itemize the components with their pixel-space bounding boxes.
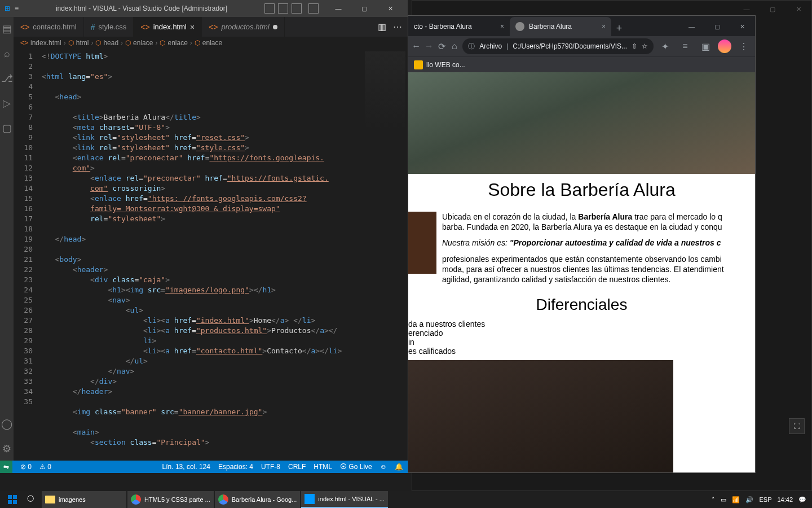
new-tab-button[interactable]: +	[611, 20, 627, 36]
minimize-button[interactable]: —	[325, 0, 351, 17]
back-button[interactable]: ←	[412, 38, 421, 54]
bg-titlebar: — ▢ ✕	[412, 1, 811, 16]
extensions-icon[interactable]: ✦	[657, 38, 673, 54]
extensions-icon[interactable]: ▢	[1, 122, 13, 134]
reload-button[interactable]: ⟳	[437, 38, 447, 54]
menu-icon[interactable]: ≡	[15, 5, 19, 12]
minimize-button[interactable]: —	[679, 17, 704, 36]
home-button[interactable]: ⌂	[450, 38, 460, 54]
close-icon[interactable]: ×	[500, 23, 504, 30]
explorer-task[interactable]: imagenes	[42, 491, 126, 508]
window-title: index.html - VISUAL - Visual Studio Code…	[19, 5, 264, 12]
minimap[interactable]	[363, 49, 408, 461]
language-indicator[interactable]: ESP	[759, 496, 771, 503]
maximize-button[interactable]: ▢	[704, 17, 730, 36]
vscode-titlebar[interactable]: ⊞ ≡ index.html - VISUAL - Visual Studio …	[0, 0, 408, 17]
start-button[interactable]	[2, 491, 23, 508]
scm-icon[interactable]: ⎇	[1, 72, 13, 85]
svg-rect-3	[13, 500, 17, 504]
bell-icon[interactable]: 🔔	[395, 463, 403, 471]
browser-tab-active[interactable]: Barberia Alura ×	[510, 17, 611, 36]
tab-productos[interactable]: <> productos.html	[202, 17, 285, 37]
expand-icon[interactable]: ⛶	[789, 418, 805, 434]
chrome-task[interactable]: Barberia Alura - Goog...	[215, 491, 301, 508]
side-panel-icon[interactable]: ▣	[698, 38, 713, 54]
info-icon[interactable]: ⓘ	[468, 42, 475, 51]
warnings-count[interactable]: ⚠ 0	[39, 463, 51, 471]
volume-icon[interactable]: 🔊	[745, 496, 753, 503]
editor-tabs: <> contacto.html # style.css <> index.ht…	[14, 17, 408, 37]
tab-label: cto - Barberia Alura	[414, 23, 496, 30]
tag-icon: ⬡	[160, 39, 165, 47]
paragraph: profesionales experimentados que están c…	[442, 254, 755, 285]
bg-maximize-button[interactable]: ▢	[760, 1, 785, 17]
close-icon[interactable]: ×	[602, 23, 606, 30]
layout-icon[interactable]	[264, 3, 275, 14]
bookmark-icon[interactable]: ☆	[642, 42, 648, 50]
explorer-icon[interactable]: ▤	[1, 23, 13, 35]
browser-tab[interactable]: cto - Barberia Alura ×	[408, 17, 510, 36]
breadcrumb-item[interactable]: head	[103, 39, 118, 47]
share-icon[interactable]: ⇧	[632, 42, 637, 50]
clock[interactable]: 14:42	[777, 496, 793, 503]
cursor-position[interactable]: Lín. 13, col. 124	[162, 463, 210, 471]
gear-icon[interactable]: ⚙	[1, 443, 13, 455]
chevron-right-icon: ›	[190, 39, 192, 47]
split-editor-icon[interactable]: ▥	[378, 21, 386, 32]
layout-icon[interactable]	[278, 3, 288, 14]
tab-style[interactable]: # style.css	[84, 17, 134, 37]
search-icon[interactable]: ⌕	[1, 47, 13, 60]
url-scheme: Archivo	[479, 42, 502, 50]
tag-icon: ⬡	[125, 39, 131, 47]
language-mode[interactable]: HTML	[314, 463, 332, 471]
battery-icon[interactable]: ▭	[721, 496, 726, 503]
paragraph: Ubicada en el corazón de la ciudad, la B…	[442, 212, 755, 232]
code-content[interactable]: <!DOCTYPE html> <html lang="es"> <head> …	[42, 49, 363, 461]
maximize-button[interactable]: ▢	[351, 0, 377, 17]
breadcrumb-item[interactable]: index.html	[30, 39, 61, 47]
profile-avatar[interactable]	[718, 40, 731, 53]
layout-controls[interactable]	[264, 3, 319, 14]
tag-icon: ⬡	[195, 39, 200, 47]
errors-count[interactable]: ⊘ 0	[20, 463, 32, 471]
reading-list-icon[interactable]: ≡	[677, 38, 693, 54]
layout-icon[interactable]	[292, 3, 302, 14]
breadcrumb-item[interactable]: enlace	[202, 39, 222, 47]
remote-button[interactable]: ⇋	[0, 461, 12, 473]
bookmark-item[interactable]: llo WEB co...	[426, 61, 465, 69]
account-icon[interactable]: ◯	[1, 418, 13, 430]
eol[interactable]: CRLF	[288, 463, 306, 471]
code-editor[interactable]: 1234567891011121314151617181920212223242…	[14, 49, 408, 461]
vscode-task[interactable]: index.html - VISUAL - ...	[301, 491, 388, 508]
breadcrumb-item[interactable]: html	[76, 39, 89, 47]
address-bar[interactable]: ⓘ Archivo | C:/Users/PcHp5790/Documents/…	[462, 38, 654, 54]
chrome-task[interactable]: HTML5 y CSS3 parte ...	[127, 491, 214, 508]
forward-button[interactable]: →	[425, 38, 434, 54]
bookmark-folder-icon	[414, 60, 423, 69]
close-button[interactable]: ✕	[730, 17, 755, 36]
feedback-icon[interactable]: ☺	[380, 463, 387, 471]
breadcrumbs[interactable]: <> index.html › ⬡ html › ⬡ head › ⬡ enla…	[14, 37, 408, 49]
wifi-icon[interactable]: 📶	[732, 496, 740, 503]
bg-close-button[interactable]: ✕	[785, 1, 811, 17]
debug-icon[interactable]: ▷	[1, 97, 13, 110]
tab-contacto[interactable]: <> contacto.html	[14, 17, 84, 37]
close-icon[interactable]: ×	[190, 23, 195, 32]
tab-label: productos.html	[221, 23, 269, 31]
indent-setting[interactable]: Espacios: 4	[218, 463, 253, 471]
golive-button[interactable]: ⦿ Go Live	[340, 463, 372, 471]
close-button[interactable]: ✕	[377, 0, 403, 17]
layout-icon[interactable]	[308, 3, 319, 14]
chevron-right-icon: ›	[121, 39, 123, 47]
taskview-button[interactable]: ◯	[24, 491, 41, 508]
menu-icon[interactable]: ⋮	[736, 38, 752, 54]
encoding[interactable]: UTF-8	[261, 463, 280, 471]
more-icon[interactable]: ⋯	[393, 21, 402, 32]
page-content[interactable]: Sobre la Barbería Alura Ubicada en el co…	[408, 72, 755, 472]
breadcrumb-item[interactable]: enlace	[133, 39, 153, 47]
breadcrumb-item[interactable]: enlace	[167, 39, 187, 47]
tab-index[interactable]: <> index.html ×	[134, 17, 202, 37]
task-label: index.html - VISUAL - ...	[318, 496, 385, 502]
chevron-up-icon[interactable]: ˄	[712, 496, 715, 503]
notifications-icon[interactable]: 💬	[798, 496, 806, 503]
